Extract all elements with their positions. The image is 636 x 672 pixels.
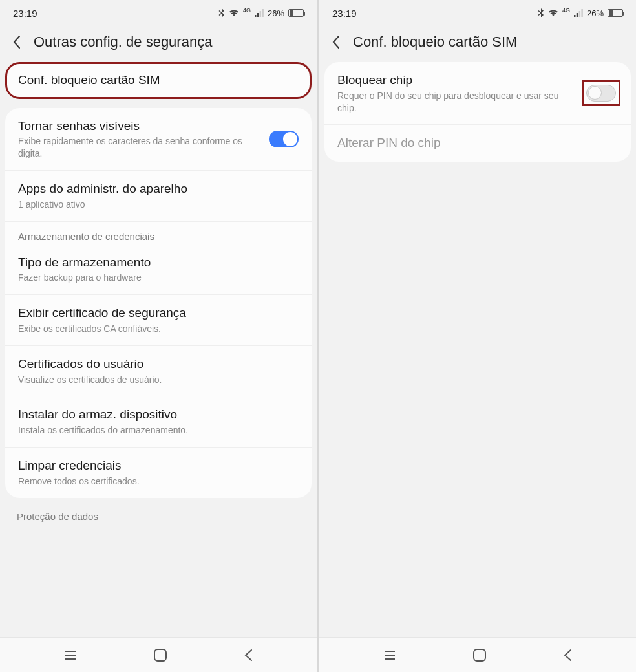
lock-chip-sub: Requer o PIN do seu chip para desbloquea…: [337, 90, 571, 114]
svg-rect-0: [255, 15, 257, 17]
network-type: 4G: [243, 7, 251, 14]
signal-icon: [255, 9, 264, 17]
svg-rect-11: [581, 9, 583, 17]
clear-cred-row[interactable]: Limpar credenciais Remove todos os certi…: [5, 447, 312, 498]
data-protection-section-label: Proteção de dados: [0, 507, 317, 528]
lock-chip-toggle[interactable]: [586, 85, 616, 102]
install-cert-sub: Instala os certificados do armazenamento…: [18, 424, 299, 437]
nav-back-button[interactable]: [244, 649, 253, 662]
device-admin-label: Apps do administr. do aparelho: [18, 181, 299, 197]
battery-percent: 26%: [587, 8, 604, 18]
nav-recents-button[interactable]: [64, 650, 77, 660]
sim-settings-card: Bloquear chip Requer o PIN do seu chip p…: [324, 62, 631, 162]
svg-rect-2: [260, 11, 262, 17]
content: Conf. bloqueio cartão SIM Tornar senhas …: [0, 62, 317, 672]
status-bar: 23:19 4G 26%: [319, 0, 636, 26]
storage-type-sub: Fazer backup para o hardware: [18, 272, 299, 284]
show-cert-row[interactable]: Exibir certificado de segurança Exibe os…: [5, 294, 312, 345]
header: Conf. bloqueio cartão SIM: [319, 26, 636, 62]
status-time: 23:19: [332, 8, 357, 19]
storage-type-label: Tipo de armazenamento: [18, 255, 299, 271]
svg-rect-7: [154, 649, 166, 661]
battery-percent: 26%: [268, 8, 284, 18]
status-bar: 23:19 4G 26%: [0, 0, 317, 26]
lock-chip-label: Bloquear chip: [337, 72, 571, 89]
svg-rect-8: [574, 15, 576, 17]
status-icons: 4G 26%: [218, 8, 304, 18]
phone-right: 23:19 4G 26% Conf. bloqueio cartão SIM: [319, 0, 636, 672]
lock-chip-row[interactable]: Bloquear chip Requer o PIN do seu chip p…: [324, 62, 631, 124]
wifi-icon: [229, 9, 239, 17]
phone-left: 23:19 4G 26% Outras config. de segurança: [0, 0, 317, 672]
device-admin-row[interactable]: Apps do administr. do aparelho 1 aplicat…: [5, 170, 312, 221]
show-cert-sub: Exibe os certificados CA confiáveis.: [18, 323, 299, 335]
user-cert-row[interactable]: Certificados do usuário Visualize os cer…: [5, 345, 312, 396]
lock-chip-toggle-highlight: [582, 80, 620, 106]
svg-rect-3: [262, 9, 264, 17]
svg-rect-10: [579, 11, 581, 17]
page-title: Conf. bloqueio cartão SIM: [353, 34, 517, 50]
change-pin-label: Alterar PIN do chip: [337, 135, 618, 151]
page-title: Outras config. de segurança: [34, 34, 212, 50]
nav-home-button[interactable]: [153, 648, 167, 662]
user-cert-sub: Visualize os certificados de usuário.: [18, 374, 299, 386]
install-cert-row[interactable]: Instalar do armaz. dispositivo Instala o…: [5, 396, 312, 447]
nav-back-button[interactable]: [563, 649, 572, 662]
storage-type-row[interactable]: Tipo de armazenamento Fazer backup para …: [5, 244, 312, 295]
nav-home-button[interactable]: [472, 648, 487, 662]
bluetooth-icon: [538, 8, 544, 17]
status-icons: 4G 26%: [538, 8, 623, 18]
back-button[interactable]: [332, 35, 341, 49]
credentials-section-label: Armazenamento de credenciais: [5, 221, 312, 244]
device-admin-sub: 1 aplicativo ativo: [18, 199, 299, 211]
back-button[interactable]: [13, 35, 22, 49]
network-type: 4G: [562, 7, 570, 14]
security-group-card: Tornar senhas visíveis Exibe rapidamente…: [5, 108, 312, 498]
passwords-visible-toggle[interactable]: [269, 131, 299, 147]
install-cert-label: Instalar do armaz. dispositivo: [18, 407, 299, 423]
header: Outras config. de segurança: [0, 26, 317, 62]
user-cert-label: Certificados do usuário: [18, 356, 299, 373]
clear-cred-label: Limpar credenciais: [18, 458, 299, 474]
battery-icon: [608, 9, 623, 17]
signal-icon: [574, 9, 583, 17]
sim-lock-row[interactable]: Conf. bloqueio cartão SIM: [5, 62, 312, 99]
clear-cred-sub: Remove todos os certificados.: [18, 475, 299, 488]
show-cert-label: Exibir certificado de segurança: [18, 305, 299, 321]
change-pin-row: Alterar PIN do chip: [324, 124, 631, 162]
sim-lock-row-card: Conf. bloqueio cartão SIM: [5, 62, 312, 99]
svg-rect-15: [474, 649, 485, 661]
content: Bloquear chip Requer o PIN do seu chip p…: [319, 62, 636, 672]
passwords-visible-row[interactable]: Tornar senhas visíveis Exibe rapidamente…: [5, 108, 312, 170]
svg-rect-9: [577, 13, 578, 17]
passwords-visible-sub: Exibe rapidamente os caracteres da senha…: [18, 135, 259, 160]
bluetooth-icon: [218, 8, 225, 17]
sim-lock-label: Conf. bloqueio cartão SIM: [18, 72, 299, 89]
nav-bar: [319, 637, 636, 672]
passwords-visible-label: Tornar senhas visíveis: [18, 118, 259, 135]
svg-rect-1: [257, 13, 259, 17]
status-time: 23:19: [13, 8, 37, 19]
wifi-icon: [548, 9, 558, 17]
battery-icon: [288, 9, 304, 17]
nav-bar: [0, 637, 317, 672]
nav-recents-button[interactable]: [383, 650, 396, 660]
